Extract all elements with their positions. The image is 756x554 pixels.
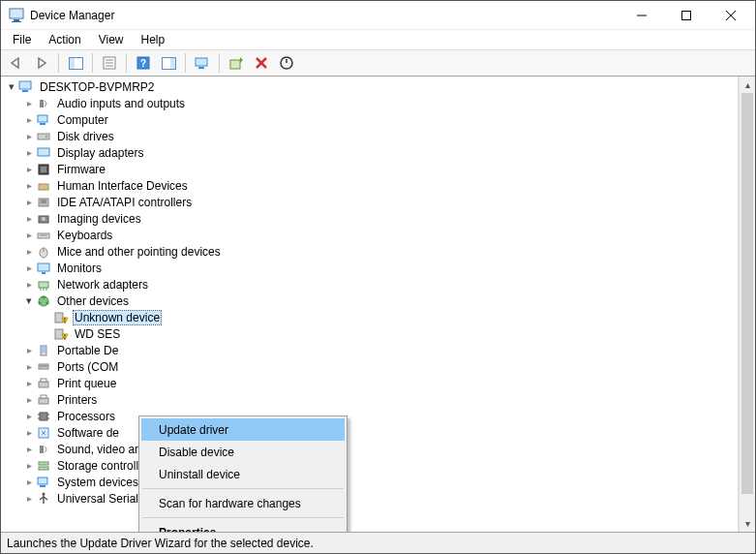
tree-category[interactable]: Display adapters (5, 144, 738, 161)
scan-hardware-button[interactable] (191, 52, 214, 74)
collapse-arrow-icon[interactable] (22, 443, 36, 456)
tree-category[interactable]: Print queue (5, 375, 738, 391)
disable-device-toolbar-button[interactable] (275, 52, 298, 74)
context-scan-hardware[interactable]: Scan for hardware changes (141, 492, 345, 514)
context-disable-device[interactable]: Disable device (141, 441, 345, 463)
tree-category[interactable]: Printers (5, 391, 738, 408)
tree-category[interactable]: Firmware (5, 161, 738, 177)
collapse-arrow-icon[interactable] (22, 344, 36, 357)
svg-rect-20 (230, 60, 240, 69)
menu-help[interactable]: Help (134, 32, 173, 47)
collapse-arrow-icon[interactable] (22, 146, 36, 160)
collapse-arrow-icon[interactable] (22, 377, 36, 390)
collapse-arrow-icon[interactable] (22, 476, 36, 489)
tree-device-label: Unknown device (73, 310, 162, 325)
tree-category[interactable]: Audio inputs and outputs (5, 95, 738, 111)
tree-category[interactable]: Sound, video and game controllers (5, 441, 738, 457)
category-icon (36, 112, 51, 128)
collapse-arrow-icon[interactable] (22, 229, 36, 242)
tree-root-label: DESKTOP-BVPMRP2 (38, 80, 156, 94)
category-icon (36, 458, 51, 474)
menubar: File Action View Help (1, 30, 755, 49)
tree-category[interactable]: Universal Serial Bus controllers (5, 490, 738, 507)
collapse-arrow-icon[interactable] (22, 459, 36, 473)
back-button[interactable] (5, 52, 28, 74)
scroll-thumb[interactable] (741, 93, 753, 494)
collapse-arrow-icon[interactable] (22, 179, 36, 193)
collapse-arrow-icon[interactable] (22, 130, 36, 143)
collapse-arrow-icon[interactable] (22, 196, 36, 209)
scroll-down-button[interactable]: ▾ (740, 515, 755, 532)
tree-category[interactable]: Keyboards (5, 227, 738, 243)
tree-category-label: Display adapters (55, 146, 145, 160)
tree-category[interactable]: Mice and other pointing devices (5, 243, 738, 260)
context-properties[interactable]: Properties (141, 521, 345, 532)
tree-category[interactable]: Portable De (5, 342, 738, 358)
tree-category[interactable]: Storage controllers (5, 457, 738, 474)
collapse-arrow-icon[interactable] (22, 212, 36, 226)
tree-category-label: Other devices (55, 294, 131, 308)
collapse-arrow-icon[interactable] (22, 410, 36, 423)
menu-action[interactable]: Action (41, 32, 88, 47)
scroll-up-button[interactable]: ▴ (740, 77, 755, 93)
collapse-arrow-icon[interactable] (22, 262, 36, 275)
close-button[interactable] (709, 1, 753, 30)
tree-device[interactable]: !Unknown device (5, 309, 738, 325)
collapse-arrow-icon[interactable] (22, 492, 36, 506)
menu-view[interactable]: View (91, 32, 132, 47)
tree-category[interactable]: Disk drives (5, 128, 738, 144)
help-button[interactable]: ? (132, 52, 155, 74)
tree-category[interactable]: System devices (5, 474, 738, 490)
tree-category[interactable]: Network adapters (5, 276, 738, 292)
scroll-track[interactable] (740, 93, 755, 515)
tree-category[interactable]: Processors (5, 408, 738, 424)
collapse-arrow-icon[interactable] (22, 245, 36, 259)
collapse-arrow-icon[interactable] (22, 278, 36, 292)
vertical-scrollbar[interactable]: ▴ ▾ (739, 77, 755, 532)
action-pane-button[interactable] (157, 52, 180, 74)
collapse-arrow-icon[interactable] (22, 163, 36, 176)
svg-point-53 (46, 301, 49, 304)
category-icon (36, 491, 51, 507)
collapse-arrow-icon[interactable] (22, 393, 36, 407)
maximize-button[interactable] (664, 1, 709, 30)
svg-point-63 (44, 365, 45, 366)
context-update-driver[interactable]: Update driver (141, 418, 345, 441)
expand-arrow-icon[interactable] (5, 80, 18, 94)
svg-point-64 (45, 365, 46, 366)
svg-rect-66 (41, 379, 46, 382)
expand-arrow-icon[interactable] (22, 294, 36, 308)
svg-rect-31 (38, 148, 49, 156)
tree-device-label: WD SES (73, 327, 122, 341)
tree-category[interactable]: Other devices (5, 292, 738, 309)
svg-rect-46 (39, 282, 48, 288)
svg-rect-45 (42, 272, 45, 274)
tree-category[interactable]: Ports (COM (5, 358, 738, 375)
tree-category-label: System devices (55, 476, 140, 489)
collapse-arrow-icon[interactable] (22, 113, 36, 127)
device-tree[interactable]: DESKTOP-BVPMRP2 Audio inputs and outputs… (1, 77, 739, 532)
collapse-arrow-icon[interactable] (22, 360, 36, 374)
collapse-arrow-icon[interactable] (22, 97, 36, 110)
tree-category[interactable]: Monitors (5, 260, 738, 276)
tree-category[interactable]: IDE ATA/ATAPI controllers (5, 194, 738, 210)
tree-category[interactable]: Imaging devices (5, 210, 738, 227)
tree-category-label: Firmware (55, 163, 107, 176)
minimize-button[interactable] (620, 1, 664, 30)
show-hide-console-tree-button[interactable] (64, 52, 87, 74)
properties-button[interactable] (98, 52, 121, 74)
tree-category[interactable]: Computer (5, 111, 738, 128)
svg-rect-29 (38, 134, 49, 139)
uninstall-device-toolbar-button[interactable] (250, 52, 273, 74)
collapse-arrow-icon[interactable] (22, 426, 36, 440)
tree-root[interactable]: DESKTOP-BVPMRP2 (5, 78, 738, 95)
forward-button[interactable] (30, 52, 53, 74)
update-driver-toolbar-button[interactable] (225, 52, 248, 74)
menu-file[interactable]: File (5, 32, 39, 47)
context-uninstall-device[interactable]: Uninstall device (141, 463, 345, 485)
tree-category-label: IDE ATA/ATAPI controllers (55, 196, 194, 209)
tree-category[interactable]: Software de (5, 424, 738, 441)
tree-device[interactable]: !WD SES (5, 325, 738, 342)
window-title: Device Manager (30, 9, 114, 22)
tree-category[interactable]: Human Interface Devices (5, 177, 738, 194)
